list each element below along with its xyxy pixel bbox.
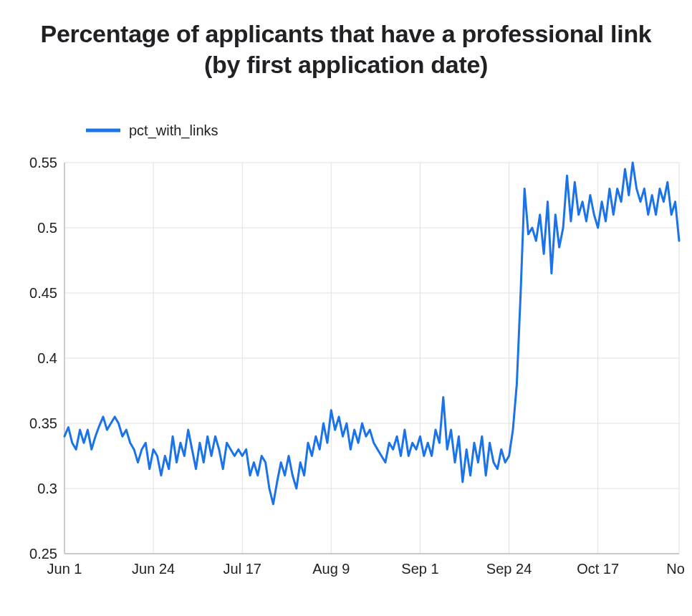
y-tick-label: 0.4: [37, 350, 57, 366]
x-tick-label: Nov: [666, 561, 685, 577]
chart-svg: pct_with_links0.250.30.350.40.450.50.55J…: [7, 98, 685, 585]
legend-label: pct_with_links: [129, 122, 218, 139]
y-tick-label: 0.25: [29, 546, 57, 562]
x-tick-label: Jun 1: [47, 561, 82, 577]
x-tick-label: Aug 9: [312, 561, 350, 577]
chart-area: pct_with_links0.250.30.350.40.450.50.55J…: [7, 98, 685, 585]
legend: pct_with_links: [86, 122, 218, 139]
chart-title: Percentage of applicants that have a pro…: [36, 19, 656, 80]
x-tick-label: Jul 17: [224, 561, 261, 577]
x-tick-label: Sep 24: [486, 561, 532, 577]
y-tick-label: 0.55: [29, 155, 57, 170]
series-line-pct_with_links: [64, 163, 679, 504]
y-tick-label: 0.35: [29, 415, 57, 431]
x-tick-label: Jun 24: [132, 561, 175, 577]
x-tick-labels: Jun 1Jun 24Jul 17Aug 9Sep 1Sep 24Oct 17N…: [47, 561, 685, 577]
y-tick-label: 0.3: [37, 481, 57, 496]
y-tick-labels: 0.250.30.350.40.450.50.55: [29, 155, 57, 562]
y-tick-label: 0.5: [37, 220, 57, 236]
x-tick-label: Oct 17: [577, 561, 619, 577]
y-tick-label: 0.45: [29, 285, 57, 301]
x-tick-label: Sep 1: [401, 561, 438, 577]
